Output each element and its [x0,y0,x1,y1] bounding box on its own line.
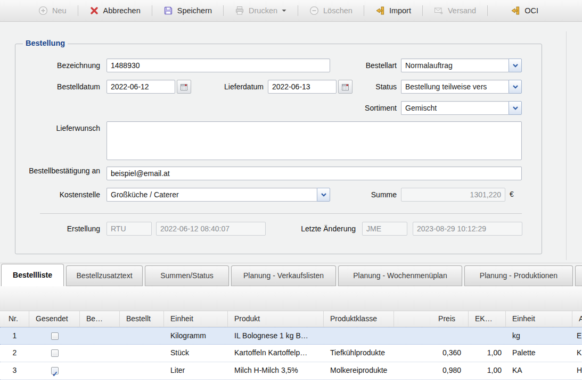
status-value: Bestellung teilweise vers [401,80,509,94]
cell-produkt: Milch H-Milch 3,5% [228,362,324,379]
abbrechen-button[interactable]: Abbrechen [81,3,149,18]
tab-planung-produktionen[interactable]: Planung - Produktionen [464,265,573,286]
speichern-button[interactable]: Speichern [155,3,220,18]
bestellung-legend: Bestellung [23,39,68,47]
sortiment-select[interactable]: Gemischt [401,101,522,115]
grid-header: Nr. Gesendet Be… Bestellt Einheit Produk… [0,311,582,327]
abbrechen-label: Abbrechen [103,6,141,15]
bezeichnung-input[interactable] [106,59,330,72]
column-header-a[interactable]: A… [572,311,582,327]
lieferwunsch-textarea[interactable] [106,121,522,160]
cell-produktklasse [324,328,394,344]
column-header-gesendet[interactable]: Gesendet [29,311,80,327]
sortiment-trigger[interactable] [509,101,522,115]
gesendet-checkbox[interactable] [51,349,59,357]
toolbar: Neu Abbrechen Speichern Drucken [0,0,582,22]
kostenstelle-select[interactable]: Großküche / Caterer [106,188,330,202]
cell-be [80,345,120,362]
column-header-nr[interactable]: Nr. [0,311,29,327]
gesendet-checkbox[interactable] [51,332,59,340]
erstellung-user-input [106,222,152,236]
cell-produkt: IL Bolognese 1 kg B… [228,328,324,344]
cancel-x-icon [89,6,99,15]
panel-right-border [566,31,567,260]
column-header-be[interactable]: Be… [80,311,120,327]
toolbar-separator [298,5,298,16]
oci-label: OCI [524,6,538,15]
oci-import-icon [511,6,520,15]
sortiment-value: Gemischt [401,101,509,115]
column-header-bestellt[interactable]: Bestellt [120,311,164,327]
toolbar-separator [422,5,423,16]
column-header-produktklasse[interactable]: Produktklasse [324,311,394,327]
column-header-ek[interactable]: EK… [469,311,506,327]
bestellart-label: Bestellart [312,61,397,70]
tab-bestellzusatztext[interactable]: Bestellzusatztext [66,265,143,286]
tab-partial[interactable] [575,265,582,286]
column-header-einheit2[interactable]: Einheit [506,311,572,327]
column-header-produkt[interactable]: Produkt [228,311,324,327]
neu-label: Neu [52,6,67,15]
cell-bestellt [120,328,164,344]
tab-planung-wochenmenueplan[interactable]: Planung - Wochenmenüplan [338,265,462,286]
table-row[interactable]: 3 Liter Milch H-Milch 3,5% Molkereiprodu… [0,362,582,380]
bestelldatum-input[interactable] [106,80,175,94]
cell-bestellt [120,345,164,362]
toolbar-separator [223,5,224,16]
import-button[interactable]: Import [367,3,420,18]
import-icon [375,6,385,15]
bestellart-value: Normalauftrag [401,59,509,72]
cell-a: E [572,328,582,344]
cell-a: K [572,345,582,362]
cell-einheit2: kg [506,328,572,344]
tab-bar: Bestellliste Bestellzusatztext Summen/St… [0,263,582,286]
save-floppy-icon [163,6,173,15]
gesendet-checkbox[interactable] [51,367,59,374]
mail-send-icon [434,6,444,15]
sortiment-label: Sortiment [312,104,397,113]
cell-gesendet [29,328,80,344]
bestellung-fieldset: Bestellung Bezeichnung Bestellart Normal… [15,44,542,254]
tab-panel-spacer [0,286,582,311]
bestellliste-grid: Nr. Gesendet Be… Bestellt Einheit Produk… [0,311,582,392]
cell-einheit2: KA [506,362,572,379]
letzte-aenderung-user-input [362,222,407,236]
bestellbestaetigung-input[interactable] [106,166,522,180]
bestellart-trigger[interactable] [509,59,522,72]
cell-ek: 1,00 [469,345,506,362]
plus-circle-icon [38,6,48,15]
cell-ek [469,328,506,344]
drucken-button: Drucken [226,3,295,18]
cell-preis: 0,980 [394,362,469,379]
cell-gesendet [29,345,80,362]
bezeichnung-label: Bezeichnung [15,61,100,70]
letzte-aenderung-label: Letzte Änderung [266,224,356,233]
column-header-einheit[interactable]: Einheit [164,311,228,327]
cell-bestellt [120,362,164,379]
cell-nr: 2 [0,345,29,362]
caret-down-icon [282,9,286,12]
table-row[interactable]: 2 Stück Kartoffeln Kartoffelp… Tiefkühlp… [0,345,582,362]
column-header-preis[interactable]: Preis [394,311,469,327]
cell-a: H [572,362,582,379]
tab-bestellliste[interactable]: Bestellliste [1,264,64,286]
import-label: Import [389,6,411,15]
chevron-down-icon [513,106,518,110]
printer-icon [235,6,244,15]
versand-button: Versand [425,3,485,18]
status-trigger[interactable] [509,80,522,94]
tab-summen-status[interactable]: Summen/Status [145,265,229,286]
cell-produktklasse: Molkereiprodukte [324,362,394,379]
kostenstelle-label: Kostenstelle [15,190,100,199]
versand-label: Versand [448,6,476,15]
toolbar-separator [78,5,78,16]
status-select[interactable]: Bestellung teilweise vers [401,80,522,94]
table-row[interactable]: 1 Kilogramm IL Bolognese 1 kg B… kg E [0,327,582,345]
tab-planung-verkaufslisten[interactable]: Planung - Verkaufslisten [231,265,336,286]
cell-be [80,362,120,379]
drucken-label: Drucken [249,6,277,15]
status-label: Status [312,82,397,91]
bestellart-select[interactable]: Normalauftrag [401,59,522,72]
toolbar-separator [364,5,364,16]
oci-button[interactable]: OCI [502,3,547,18]
